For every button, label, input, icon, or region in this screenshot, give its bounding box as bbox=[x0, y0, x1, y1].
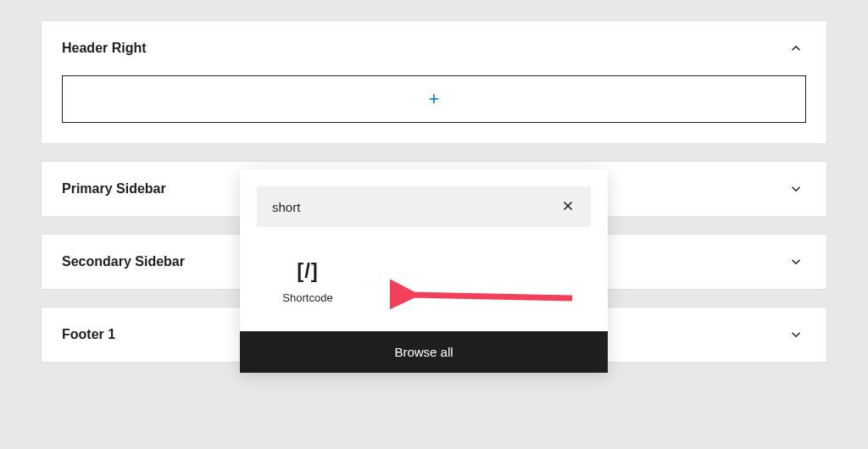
block-item-shortcode[interactable]: [/] Shortcode bbox=[257, 251, 359, 313]
plus-icon: + bbox=[429, 90, 440, 108]
widget-area-title: Header Right bbox=[62, 41, 147, 56]
chevron-down-icon bbox=[786, 324, 806, 345]
widget-area-body: + bbox=[42, 75, 826, 143]
clear-search-button[interactable] bbox=[560, 198, 576, 216]
add-block-button[interactable]: + bbox=[62, 75, 806, 123]
block-item-label: Shortcode bbox=[282, 291, 332, 304]
search-box bbox=[257, 186, 591, 227]
block-inserter-popover: [/] Shortcode Browse all bbox=[240, 169, 608, 373]
block-results: [/] Shortcode bbox=[240, 236, 608, 331]
chevron-down-icon bbox=[786, 252, 806, 272]
browse-all-label: Browse all bbox=[394, 345, 453, 359]
widget-area-header-right: Header Right + bbox=[41, 20, 827, 144]
close-icon bbox=[560, 198, 576, 216]
shortcode-icon: [/] bbox=[297, 259, 319, 283]
widget-area-title: Primary Sidebar bbox=[62, 181, 166, 197]
block-search-input[interactable] bbox=[272, 200, 560, 214]
search-wrapper bbox=[240, 169, 608, 236]
widget-area-toggle[interactable]: Header Right bbox=[42, 21, 826, 75]
chevron-up-icon bbox=[786, 38, 806, 58]
browse-all-button[interactable]: Browse all bbox=[240, 331, 608, 373]
widget-area-title: Footer 1 bbox=[62, 327, 115, 342]
chevron-down-icon bbox=[786, 179, 806, 199]
widget-area-title: Secondary Sidebar bbox=[62, 254, 185, 269]
